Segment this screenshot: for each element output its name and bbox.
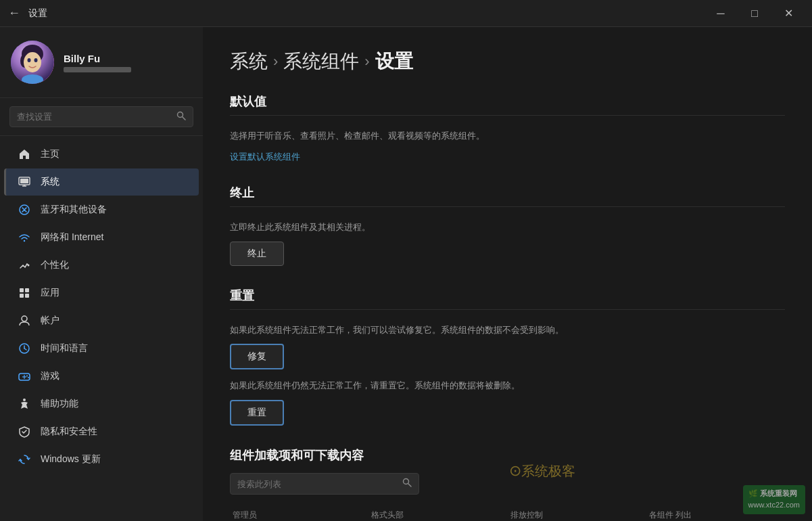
personalize-icon [18,258,31,272]
search-input[interactable] [17,112,171,122]
time-icon [18,342,31,355]
accessibility-icon [18,397,31,411]
svg-rect-17 [20,294,24,298]
table-header: 管理员 格式头部 排放控制 各组件 列出 [230,504,785,521]
search-icon [176,111,186,122]
breadcrumb-sep-2: › [364,53,369,70]
svg-rect-10 [20,179,28,183]
update-icon [18,453,31,466]
accounts-icon [18,314,31,327]
sidebar-item-bluetooth[interactable]: 蓝牙和其他设备 [4,196,199,223]
terminate-title: 终止 [230,185,785,201]
svg-line-22 [24,348,26,350]
sidebar-item-privacy[interactable]: 隐私和安全性 [4,418,199,445]
sidebar-item-home[interactable]: 主页 [4,141,199,168]
svg-point-3 [24,52,41,72]
addon-search-box[interactable] [230,473,419,495]
sidebar-item-gaming[interactable]: 游戏 [4,363,199,390]
svg-point-19 [22,316,27,321]
reset-desc2: 如果此系统组件仍然无法正常工作，请重置它。系统组件的数据将被删除。 [230,379,785,393]
sidebar-item-update[interactable]: Windows 更新 [4,446,199,473]
sidebar: Billy Fu [0,27,203,521]
svg-point-28 [23,399,26,401]
sidebar-item-label-time: 时间和语言 [41,342,88,355]
repair-button[interactable]: 修复 [230,344,284,369]
sidebar-item-label-personalize: 个性化 [41,259,69,271]
sidebar-item-accounts[interactable]: 帐户 [4,307,199,334]
defaults-title: 默认值 [230,93,785,110]
table-col-0: 管理员 [230,504,368,521]
reset-divider [230,309,785,310]
nav-items: 主页 系统 [0,136,203,478]
defaults-link[interactable]: 设置默认系统组件 [230,152,300,162]
search-container [0,98,203,136]
svg-line-8 [183,117,186,120]
sidebar-item-label-system: 系统 [41,176,59,188]
search-box[interactable] [9,106,193,127]
minimize-button[interactable]: ─ [705,3,736,24]
section-terminate: 终止 立即终止此系统组件及其相关进程。 终止 [230,185,785,266]
svg-rect-16 [25,288,29,292]
breadcrumb: 系统 › 系统组件 › 设置 [230,49,785,74]
sidebar-item-label-privacy: 隐私和安全性 [41,426,97,438]
content-area: 系统 › 系统组件 › 设置 默认值 选择用于听音乐、查看照片、检查邮件、观看视… [203,27,812,521]
section-defaults: 默认值 选择用于听音乐、查看照片、检查邮件、观看视频等的系统组件。 设置默认系统… [230,93,785,163]
terminate-desc: 立即终止此系统组件及其相关进程。 [230,221,785,235]
breadcrumb-system: 系统 [230,49,268,74]
titlebar: ← 设置 ─ □ ✕ [0,0,812,27]
sidebar-item-time[interactable]: 时间和语言 [4,335,199,362]
svg-point-14 [28,265,30,267]
apps-icon [18,286,31,300]
reset-title: 重置 [230,288,785,304]
sidebar-item-label-bluetooth: 蓝牙和其他设备 [41,204,107,216]
terminate-divider [230,206,785,207]
defaults-divider [230,115,785,116]
gaming-icon [18,369,31,383]
reset-subsection: 如果此系统组件仍然无法正常工作，请重置它。系统组件的数据将被删除。 重置 [230,379,785,426]
sidebar-item-accessibility[interactable]: 辅助功能 [4,390,199,417]
sidebar-item-label-gaming: 游戏 [41,370,59,382]
main-layout: Billy Fu [0,27,812,521]
breadcrumb-sep-1: › [273,53,278,70]
maximize-button[interactable]: □ [739,3,770,24]
table-col-3: 各组件 列出 [646,504,785,521]
sidebar-item-network[interactable]: 网络和 Internet [4,224,199,251]
network-icon [18,231,31,244]
terminate-button[interactable]: 终止 [230,242,284,266]
sidebar-item-label-accounts: 帐户 [41,315,59,327]
sidebar-item-label-accessibility: 辅助功能 [41,398,78,410]
titlebar-left: ← 设置 [8,6,47,20]
svg-point-27 [28,377,29,378]
defaults-desc: 选择用于听音乐、查看照片、检查邮件、观看视频等的系统组件。 [230,129,785,143]
section-reset: 重置 如果此系统组件无法正常工作，我们可以尝试修复它。系统组件的数据不会受到影响… [230,288,785,426]
svg-point-5 [34,58,38,62]
sidebar-item-label-home: 主页 [41,148,59,160]
table-col-1: 格式头部 [368,504,507,521]
sidebar-item-label-apps: 应用 [41,287,59,299]
svg-point-26 [26,376,28,377]
addon-search-input[interactable] [237,479,397,489]
svg-rect-18 [25,294,29,298]
reset-button[interactable]: 重置 [230,400,284,426]
titlebar-title: 设置 [28,7,47,20]
user-profile[interactable]: Billy Fu [0,27,203,98]
sidebar-item-apps[interactable]: 应用 [4,279,199,307]
user-name: Billy Fu [64,53,131,64]
sidebar-item-personalize[interactable]: 个性化 [4,252,199,279]
close-button[interactable]: ✕ [773,3,804,24]
system-icon [18,175,31,189]
back-button[interactable]: ← [8,6,20,20]
svg-line-30 [408,484,412,487]
privacy-icon [18,425,31,438]
addon-title: 组件加载项和可下载内容 [230,447,785,463]
reset-desc1: 如果此系统组件无法正常工作，我们可以尝试修复它。系统组件的数据不会受到影响。 [230,323,785,338]
user-account-bar [64,67,131,72]
sidebar-item-system[interactable]: 系统 [4,168,199,196]
table-col-2: 排放控制 [508,504,646,521]
section-addon: 组件加载项和可下载内容 管理员 格式头部 排放控制 各组件 列出 [230,447,785,521]
breadcrumb-components: 系统组件 [283,49,359,74]
breadcrumb-current: 设置 [375,49,413,74]
sidebar-item-label-network: 网络和 Internet [41,231,103,244]
titlebar-controls: ─ □ ✕ [705,3,804,24]
sidebar-item-label-update: Windows 更新 [41,453,101,466]
